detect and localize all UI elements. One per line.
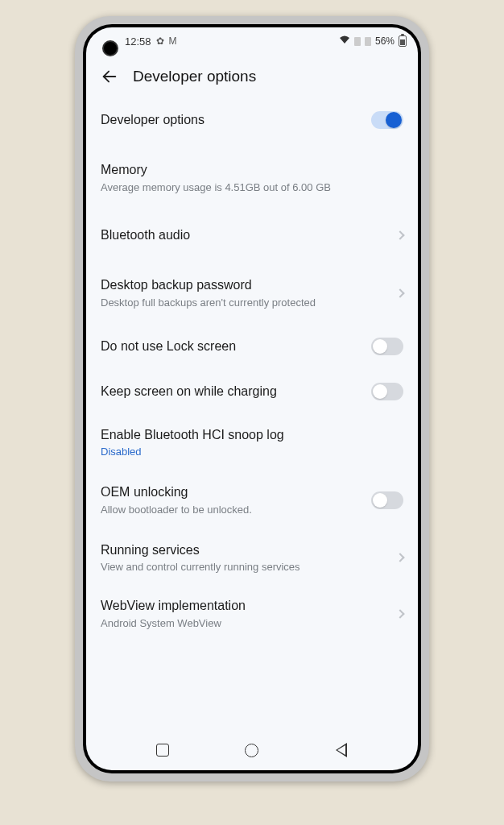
row-title: WebView implementation [101, 597, 390, 615]
row-title: Enable Bluetooth HCI snoop log [101, 426, 403, 444]
chevron-right-icon [395, 553, 404, 562]
page-title: Developer options [133, 68, 256, 85]
row-webview-implementation[interactable]: WebView implementation Android System We… [101, 586, 403, 641]
phone-bezel: 12:58 ✿ M 56% Developer [83, 24, 421, 773]
navigation-bar [86, 733, 418, 770]
settings-list[interactable]: Developer options Memory Average memory … [86, 100, 418, 733]
toggle-oem-unlocking[interactable] [371, 491, 403, 509]
wifi-icon [339, 35, 350, 47]
row-keep-screen-on[interactable]: Keep screen on while charging [101, 367, 403, 412]
nav-back-button[interactable] [333, 742, 349, 758]
back-button[interactable] [101, 68, 118, 85]
row-title: OEM unlocking [101, 483, 371, 501]
row-subtitle: Disabled [101, 446, 403, 459]
chevron-right-icon [395, 231, 404, 240]
row-hci-snoop-log[interactable]: Enable Bluetooth HCI snoop log Disabled [101, 412, 403, 471]
gmail-icon: M [169, 35, 177, 47]
row-subtitle: Desktop full backups aren't currently pr… [101, 296, 390, 310]
chevron-right-icon [395, 609, 404, 618]
status-right: 56% [339, 35, 407, 47]
nav-home-button[interactable] [244, 742, 260, 758]
sim-icon-2 [365, 37, 371, 46]
camera-hole [102, 40, 118, 56]
status-time: 12:58 [125, 35, 151, 48]
gear-icon: ✿ [156, 35, 164, 47]
toggle-lock-screen[interactable] [371, 338, 403, 355]
status-bar: 12:58 ✿ M 56% [86, 27, 418, 55]
row-title: Do not use Lock screen [101, 338, 371, 355]
battery-percentage: 56% [375, 35, 395, 47]
row-do-not-use-lock-screen[interactable]: Do not use Lock screen [101, 321, 403, 367]
row-title: Running services [101, 541, 390, 559]
row-memory[interactable]: Memory Average memory usage is 4.51GB ou… [101, 140, 403, 205]
row-subtitle: Average memory usage is 4.51GB out of 6.… [101, 181, 403, 195]
toggle-developer-options[interactable] [371, 111, 403, 129]
status-left: 12:58 ✿ M [125, 35, 177, 48]
sim-icon-1 [354, 37, 361, 46]
screen: 12:58 ✿ M 56% Developer [86, 27, 418, 770]
row-developer-options[interactable]: Developer options [101, 100, 403, 140]
battery-icon [399, 35, 407, 47]
row-subtitle: Android System WebView [101, 617, 390, 631]
phone-frame: 12:58 ✿ M 56% Developer [75, 16, 429, 781]
nav-recent-button[interactable] [155, 742, 171, 758]
row-title: Keep screen on while charging [101, 383, 371, 400]
toggle-keep-screen-on[interactable] [371, 383, 403, 400]
row-desktop-backup-password[interactable]: Desktop backup password Desktop full bac… [101, 255, 403, 321]
row-subtitle: Allow bootloader to be unlocked. [101, 504, 371, 517]
row-title: Memory [101, 161, 403, 179]
row-subtitle: View and control currently running servi… [101, 561, 390, 574]
row-title: Desktop backup password [101, 276, 390, 294]
row-title: Developer options [101, 111, 371, 129]
row-title: Bluetooth audio [101, 226, 390, 244]
row-running-services[interactable]: Running services View and control curren… [101, 529, 403, 586]
page-header: Developer options [86, 55, 418, 100]
chevron-right-icon [395, 288, 404, 297]
row-oem-unlocking[interactable]: OEM unlocking Allow bootloader to be unl… [101, 471, 403, 528]
row-bluetooth-audio[interactable]: Bluetooth audio [101, 205, 403, 255]
